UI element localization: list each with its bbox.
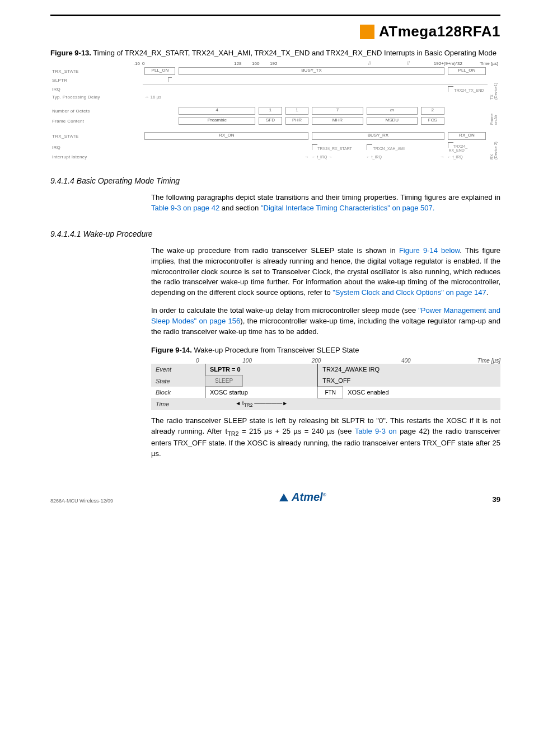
row-label: State (151, 375, 205, 387)
delay-value: 16 µs (151, 95, 162, 100)
irq-label: TRX24_XAH_AMI (373, 147, 404, 151)
tick: 0 (196, 358, 213, 364)
irq-label: TRX24 (453, 144, 466, 148)
tick: 100 (213, 358, 282, 364)
octet-box: m (367, 107, 418, 115)
row-label: TRX_STATE (50, 66, 143, 76)
frame-box: Preamble (179, 117, 255, 125)
atmel-logo: Atmel® (279, 491, 326, 504)
irq-pulse-icon (367, 144, 372, 150)
row-label: Interrupt latency (50, 153, 143, 161)
tick: Time [µs] (461, 358, 500, 364)
octet-box: 1 (285, 107, 309, 115)
event-label: TRX24_AWAKE IRQ (318, 364, 500, 375)
link-text[interactable]: Table 9-3 on (355, 427, 400, 435)
section-9-4-1-4-1: 9.4.1.4.1 Wake-up Procedure (50, 229, 500, 238)
frame-box: PHR (285, 117, 309, 125)
row-label: IRQ (50, 141, 143, 153)
row-label: TRX_STATE (50, 131, 143, 141)
tick: Time [µs] (465, 61, 498, 66)
fig-label: Figure 9-14. (151, 346, 192, 354)
section-body: The wake-up procedure from radio transce… (151, 246, 500, 298)
text: In order to calculate the total wake-up … (151, 306, 418, 314)
row-label: Number of Octets (50, 106, 143, 116)
tirq-label: t_IRQ (372, 155, 382, 159)
irq-pulse-icon (448, 142, 453, 148)
link-text[interactable]: Figure 9-14 below (399, 246, 460, 255)
logo-text: Atmel (292, 491, 323, 503)
axis-break: // (407, 60, 410, 66)
section-body: The following paragraphs depict state tr… (151, 192, 500, 214)
event-label: SLPTR = 0 (210, 366, 241, 373)
fig13-diagram: TRX_STATE PLL_ON BUSY_TX PLL_ON TX(Devic… (50, 66, 500, 161)
block-label: XOSC startup (205, 387, 318, 398)
octet-box: 7 (312, 107, 363, 115)
row-label: Event (151, 364, 205, 375)
side-label: on Air (494, 115, 498, 125)
frame-box: MSDU (367, 117, 418, 125)
tick: 400 (351, 358, 461, 364)
tirq-label: t_IRQ (452, 155, 462, 159)
figure-9-13-caption: Figure 9-13. Timing of TRX24_RX_START, T… (50, 48, 500, 58)
tirq-label: t_IRQ (317, 155, 327, 159)
irq-pulse-icon (448, 86, 453, 92)
page-footer: 8266A-MCU Wireless-12/09 Atmel® 39 (50, 491, 500, 504)
figure-9-14-caption: Figure 9-14. Wake-up Procedure from Tran… (151, 345, 500, 355)
state-box: BUSY_RX (312, 132, 444, 140)
irq-label: TRX24_TX_END (454, 88, 484, 92)
tick: 200 (282, 358, 350, 364)
brand-square (360, 25, 374, 39)
block-label: FTN (318, 387, 343, 398)
link-text[interactable]: "System Clock and Clock Options" on page… (332, 288, 486, 297)
block-label: XOSC enabled (343, 387, 500, 398)
row-label: IRQ (50, 85, 143, 94)
side-label: (Device 2) (494, 142, 498, 159)
text: The wake-up procedure from radio transce… (151, 246, 399, 255)
tick: 0 (142, 61, 151, 66)
registered-icon: ® (323, 492, 326, 497)
device-title: ATmega128RFA1 (379, 23, 500, 40)
tick: -16 (129, 61, 140, 66)
text: = 215 µs + 25 µs = 240 µs (see (239, 427, 355, 435)
logo-triangle-icon (279, 494, 288, 501)
section-9-4-1-4: 9.4.1.4 Basic Operating Mode Timing (50, 176, 500, 185)
tick: 192 (270, 61, 285, 66)
octet-box: 4 (179, 107, 255, 115)
side-label: (Device1) (494, 83, 498, 100)
tick: 192+(9+m)*32 (412, 61, 462, 66)
frame-box: SFD (259, 117, 282, 125)
text: The following paragraphs depict state tr… (151, 193, 500, 201)
text: and section (219, 204, 261, 212)
state-box: SLEEP (205, 375, 243, 387)
octet-box: 2 (421, 107, 444, 115)
fig-text: Wake-up Procedure from Transceiver SLEEP… (192, 346, 359, 354)
footer-docid: 8266A-MCU Wireless-12/09 (50, 498, 113, 504)
subscript: TR2 (227, 430, 238, 437)
row-label: Frame Content (50, 116, 143, 126)
fig-label: Figure 9-13. (50, 49, 91, 57)
state-box: PLL_ON (448, 67, 486, 75)
irq-pulse-icon (312, 144, 317, 150)
frame-box: FCS (421, 117, 444, 125)
paragraph: The radio transceiver SLEEP state is lef… (151, 416, 500, 459)
link-text[interactable]: Table 9-3 on page 42 (151, 204, 219, 212)
fig14-time-axis: 0 100 200 400 Time [µs] (151, 358, 500, 364)
state-box: RX_ON (144, 132, 308, 140)
page-number: 39 (493, 495, 500, 504)
octet-box: 1 (259, 107, 282, 115)
fig14-diagram: Event SLPTR = 0 TRX24_AWAKE IRQ State SL… (151, 364, 500, 411)
link-text[interactable]: "Digital Interface Timing Characteristic… (261, 204, 435, 212)
row-label: SLPTR (50, 76, 143, 85)
row-label: Typ. Processing Delay (50, 93, 143, 101)
text: . (486, 288, 489, 297)
irq-label: TRX24_RX_START (317, 147, 352, 151)
state-box: PLL_ON (144, 67, 175, 75)
fig-text: Timing of TRX24_RX_START, TRX24_XAH_AMI,… (91, 49, 496, 57)
state-box: RX_ON (448, 132, 486, 140)
row-label: Time (151, 398, 205, 410)
tick: 128 (234, 61, 250, 66)
tick: 160 (252, 61, 268, 66)
frame-box: MHR (312, 117, 363, 125)
row-label: Block (151, 387, 205, 398)
fig13-time-axis: -16 0 128 160 192 // // 192+(9+m)*32 Tim… (50, 60, 500, 66)
